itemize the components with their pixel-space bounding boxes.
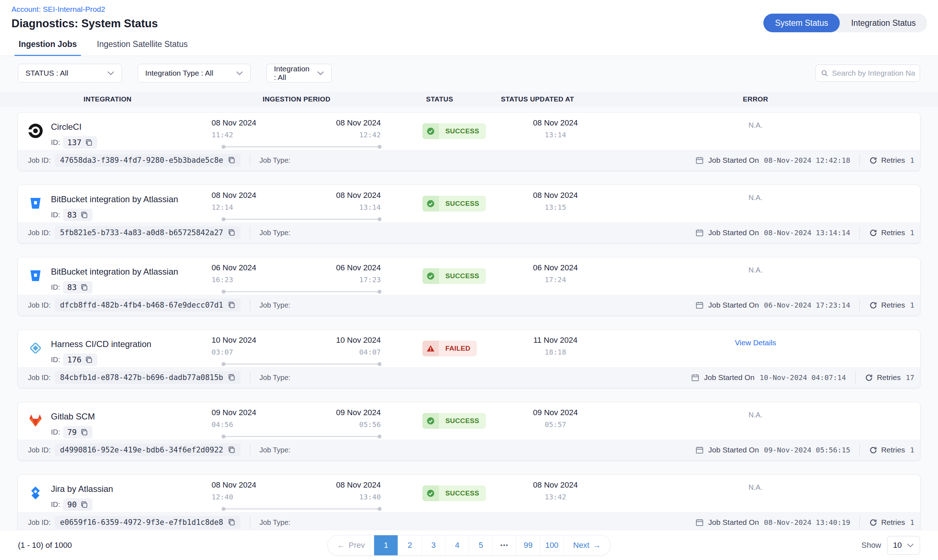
period-end-date: 09 Nov 2024 bbox=[316, 408, 381, 417]
integration-name: Harness CI/CD integration bbox=[51, 339, 151, 349]
copy-icon[interactable] bbox=[80, 284, 88, 291]
prev-label: Prev bbox=[349, 541, 364, 550]
period-end-time: 13:14 bbox=[316, 203, 381, 212]
integration-logo-icon bbox=[28, 196, 43, 211]
show-label: Show bbox=[861, 541, 881, 550]
view-details-link[interactable]: View Details bbox=[711, 338, 800, 347]
copy-icon[interactable] bbox=[228, 374, 235, 382]
retries-icon bbox=[869, 446, 877, 454]
job-id-chip: dfcb8ffd-482b-4fb4-b468-67e9decc07d1 bbox=[55, 298, 240, 312]
copy-icon[interactable] bbox=[80, 428, 88, 436]
arrow-right-icon: → bbox=[593, 541, 601, 550]
period-start-date: 06 Nov 2024 bbox=[212, 263, 256, 272]
pages-ellipsis: ••• bbox=[493, 535, 516, 556]
job-type-label: Job Type: bbox=[260, 446, 291, 454]
row-main: Harness CI/CD integration ID: 176 10 Nov… bbox=[18, 330, 920, 367]
integration-name: BitBucket integration by Atlassian bbox=[51, 194, 178, 205]
job-id-chip: d4990816-952e-419e-bdb6-34f6ef2d0922 bbox=[55, 443, 240, 456]
page-size-select[interactable]: 10 bbox=[887, 536, 920, 555]
prev-page-button[interactable]: ← Prev bbox=[328, 535, 374, 556]
period-start-time: 03:07 bbox=[212, 348, 256, 356]
status-updated-date: 08 Nov 2024 bbox=[501, 191, 609, 200]
integration-type-filter-dropdown[interactable]: Integration Type : All bbox=[138, 64, 251, 83]
page-button[interactable]: 100 bbox=[540, 535, 564, 556]
copy-icon[interactable] bbox=[228, 301, 235, 309]
id-label: ID: bbox=[51, 283, 60, 291]
status-updated-time: 05:57 bbox=[501, 420, 609, 429]
copy-icon[interactable] bbox=[228, 229, 235, 237]
row-main: CircleCI ID: 137 08 Nov 2024 11:42 08 No… bbox=[18, 112, 920, 150]
retries-label: Retries bbox=[881, 301, 905, 309]
page-button[interactable]: 2 bbox=[398, 535, 422, 556]
integration-logo-icon bbox=[28, 123, 43, 138]
job-id-label: Job ID: bbox=[28, 446, 51, 454]
next-label: Next bbox=[574, 541, 589, 550]
job-started-on-value: 08-Nov-2024 13:40:19 bbox=[764, 518, 850, 527]
table-row: Harness CI/CD integration ID: 176 10 Nov… bbox=[18, 330, 920, 388]
status-updated-cell: 11 Nov 2024 18:18 bbox=[501, 335, 609, 356]
integration-id-chip: 83 bbox=[63, 281, 93, 294]
divider bbox=[860, 154, 860, 166]
page-button[interactable]: 5 bbox=[469, 535, 493, 556]
copy-icon[interactable] bbox=[85, 139, 93, 147]
status-filter-dropdown[interactable]: STATUS : All bbox=[18, 64, 122, 83]
row-main: Jira by Atlassian ID: 90 08 Nov 2024 12:… bbox=[18, 475, 920, 512]
next-page-button[interactable]: Next → bbox=[564, 535, 610, 556]
period-start-date: 08 Nov 2024 bbox=[212, 480, 256, 490]
tab-ingestion-satellite-status[interactable]: Ingestion Satellite Status bbox=[97, 34, 188, 55]
job-id-label: Job ID: bbox=[28, 518, 51, 527]
account-breadcrumb-link[interactable]: Account: SEI-Internal-Prod2 bbox=[11, 5, 105, 14]
period-end-time: 17:23 bbox=[316, 275, 381, 284]
status-updated-date: 06 Nov 2024 bbox=[501, 263, 609, 272]
id-label: ID: bbox=[51, 211, 60, 219]
integration-filter-dropdown[interactable]: Integration : All bbox=[266, 64, 332, 83]
filter-bar: STATUS : All Integration Type : All Inte… bbox=[0, 56, 938, 83]
integration-id-row: ID: 90 bbox=[51, 498, 92, 511]
period-end-date: 08 Nov 2024 bbox=[316, 191, 381, 200]
ingestion-period-start: 10 Nov 2024 03:07 bbox=[212, 335, 256, 356]
status-updated-time: 18:18 bbox=[501, 348, 609, 356]
chevron-down-icon bbox=[107, 71, 114, 75]
copy-icon[interactable] bbox=[80, 501, 88, 509]
timeline-end-dot bbox=[378, 217, 381, 221]
retries-icon bbox=[869, 518, 877, 527]
retries-value: 1 bbox=[910, 446, 914, 454]
divider bbox=[250, 154, 250, 166]
copy-icon[interactable] bbox=[228, 156, 235, 164]
integration-type-filter-label: Integration Type : All bbox=[145, 69, 213, 77]
ingestion-period-end: 08 Nov 2024 12:42 bbox=[316, 118, 381, 139]
calendar-icon bbox=[695, 518, 704, 527]
copy-icon[interactable] bbox=[228, 446, 235, 454]
table-row: Gitlab SCM ID: 79 09 Nov 2024 04:56 09 N… bbox=[18, 402, 920, 460]
timeline-line bbox=[223, 363, 380, 365]
row-main: BitBucket integration by Atlassian ID: 8… bbox=[18, 185, 920, 222]
search-input[interactable] bbox=[832, 69, 915, 77]
ingestion-period-timeline bbox=[221, 217, 381, 221]
timeline-end-dot bbox=[378, 507, 381, 511]
integration-status-toggle[interactable]: Integration Status bbox=[840, 14, 927, 32]
copy-icon[interactable] bbox=[228, 518, 235, 526]
job-started-on-label: Job Started On bbox=[708, 301, 759, 309]
integration-id-row: ID: 83 bbox=[51, 209, 92, 221]
copy-icon[interactable] bbox=[80, 211, 88, 219]
tab-ingestion-jobs[interactable]: Ingestion Jobs bbox=[18, 34, 77, 55]
page-button-active[interactable]: 1 bbox=[374, 535, 398, 556]
period-end-time: 13:40 bbox=[316, 492, 381, 501]
integration-id-chip: 83 bbox=[63, 209, 93, 221]
system-status-toggle[interactable]: System Status bbox=[763, 14, 840, 32]
page-button[interactable]: 3 bbox=[422, 535, 445, 556]
status-badge: SUCCESS bbox=[422, 485, 486, 501]
page-button[interactable]: 99 bbox=[516, 535, 540, 556]
row-main: BitBucket integration by Atlassian ID: 8… bbox=[18, 257, 920, 295]
period-end-time: 04:07 bbox=[316, 348, 381, 356]
id-label: ID: bbox=[51, 355, 60, 364]
job-id-value: 84cbfb1d-e878-427b-b696-dadb77a0815b bbox=[60, 373, 223, 382]
divider bbox=[860, 226, 860, 239]
job-id-value: d4990816-952e-419e-bdb6-34f6ef2d0922 bbox=[60, 446, 223, 454]
copy-icon[interactable] bbox=[85, 356, 93, 364]
job-meta-group: Job Started On 08-Nov-2024 13:40:19 Retr… bbox=[695, 516, 914, 528]
row-details-bar: Job ID: d4990816-952e-419e-bdb6-34f6ef2d… bbox=[18, 440, 920, 460]
page-button[interactable]: 4 bbox=[445, 535, 469, 556]
status-icon bbox=[422, 413, 439, 429]
status-label: SUCCESS bbox=[439, 485, 486, 501]
